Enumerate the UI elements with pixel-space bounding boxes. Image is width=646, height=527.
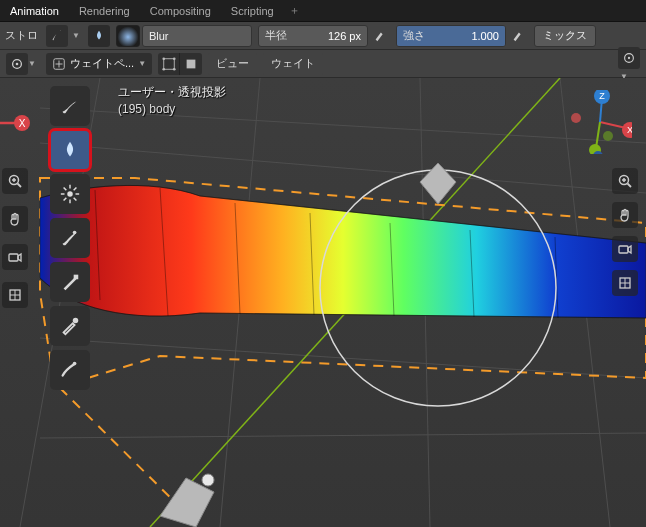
- tab-compositing[interactable]: Compositing: [140, 1, 221, 21]
- radius-value: 126 px: [328, 30, 361, 42]
- svg-line-49: [74, 188, 77, 191]
- svg-line-55: [596, 122, 600, 148]
- editor-type-dropdown[interactable]: [6, 53, 28, 75]
- svg-point-53: [73, 362, 77, 366]
- chevron-down-icon: ▼: [138, 59, 146, 68]
- viewport-canvas[interactable]: X: [0, 78, 646, 527]
- svg-text:Z: Z: [599, 91, 605, 101]
- perspective-toggle-button-left[interactable]: [2, 282, 28, 308]
- svg-text:X: X: [627, 125, 632, 135]
- tab-add-button[interactable]: ＋: [284, 3, 306, 18]
- svg-rect-3: [163, 58, 174, 69]
- svg-line-46: [64, 188, 67, 191]
- blur-brush-tool[interactable]: [50, 130, 90, 170]
- zoom-button[interactable]: [612, 168, 638, 194]
- smear-brush-tool[interactable]: [50, 218, 90, 258]
- chevron-down-icon: ▼: [72, 31, 80, 40]
- vertex-select-toggle[interactable]: [158, 53, 180, 75]
- gradient-tool[interactable]: [50, 262, 90, 302]
- axis-x-label: X: [19, 118, 26, 129]
- svg-line-47: [74, 198, 77, 201]
- header-options-dropdown[interactable]: [618, 47, 640, 69]
- svg-line-54: [600, 122, 626, 128]
- svg-point-6: [162, 67, 165, 70]
- svg-rect-51: [74, 275, 79, 280]
- right-overlay-rail: [612, 168, 640, 296]
- svg-point-50: [73, 231, 77, 235]
- tool-header: ストロ ▼ Blur 半径 126 px 強さ 1.000 ミックス: [0, 22, 646, 50]
- mode-dropdown[interactable]: ウェイトペ... ▼: [46, 53, 152, 75]
- svg-point-7: [173, 67, 176, 70]
- svg-rect-69: [619, 246, 628, 253]
- select-mode-toggle: [158, 53, 202, 75]
- camera-view-button-left[interactable]: [2, 244, 28, 270]
- strength-field[interactable]: 強さ 1.000: [396, 25, 506, 47]
- zoom-button-left[interactable]: [2, 168, 28, 194]
- strength-pressure-toggle[interactable]: [508, 25, 528, 47]
- tab-scripting[interactable]: Scripting: [221, 1, 284, 21]
- svg-point-63: [603, 131, 613, 141]
- svg-point-5: [173, 57, 176, 60]
- menu-weight[interactable]: ウェイト: [263, 53, 323, 75]
- pan-button[interactable]: [612, 202, 638, 228]
- brush-thumbnail[interactable]: [88, 25, 110, 47]
- chevron-down-icon: ▼: [28, 59, 36, 68]
- tab-rendering[interactable]: Rendering: [69, 1, 140, 21]
- svg-point-41: [67, 191, 73, 197]
- menu-view[interactable]: ビュー: [208, 53, 257, 75]
- tab-animation[interactable]: Animation: [0, 1, 69, 21]
- brush-dropdown[interactable]: [46, 25, 68, 47]
- strength-label: 強さ: [403, 28, 425, 43]
- svg-point-62: [571, 113, 581, 123]
- svg-rect-37: [9, 254, 18, 261]
- viewport-projection-label: ユーザー・透視投影: [118, 84, 226, 101]
- svg-rect-8: [187, 59, 196, 68]
- svg-line-66: [628, 184, 632, 188]
- strength-value: 1.000: [471, 30, 499, 42]
- svg-point-10: [628, 56, 630, 58]
- mode-dropdown-label: ウェイトペ...: [70, 56, 134, 71]
- blend-mode-dropdown[interactable]: ミックス: [534, 25, 596, 47]
- annotate-tool[interactable]: [50, 350, 90, 390]
- svg-line-34: [18, 184, 22, 188]
- brush-name-field[interactable]: Blur: [142, 25, 252, 47]
- viewport[interactable]: X ユーザー・透視投影 (195) body: [0, 78, 646, 527]
- average-brush-tool[interactable]: [50, 174, 90, 214]
- radius-label: 半径: [265, 28, 287, 43]
- workspace-tabs: Animation Rendering Compositing Scriptin…: [0, 0, 646, 22]
- radius-pressure-toggle[interactable]: [370, 25, 390, 47]
- sample-weight-tool[interactable]: [50, 306, 90, 346]
- editor-header: ▼ ウェイトペ... ▼ ビュー ウェイト ▼: [0, 50, 646, 78]
- perspective-toggle-button[interactable]: [612, 270, 638, 296]
- radius-field[interactable]: 半径 126 px: [258, 25, 368, 47]
- svg-point-4: [162, 57, 165, 60]
- viewport-object-label: (195) body: [118, 102, 175, 116]
- svg-point-1: [16, 62, 19, 65]
- draw-brush-tool[interactable]: [50, 86, 90, 126]
- navigation-gizmo[interactable]: X Z: [568, 90, 632, 154]
- pan-button-left[interactable]: [2, 206, 28, 232]
- svg-point-52: [73, 318, 79, 324]
- svg-line-48: [64, 198, 67, 201]
- stroke-panel-label[interactable]: ストロ: [2, 23, 40, 49]
- camera-view-button[interactable]: [612, 236, 638, 262]
- left-overlay-rail: [2, 168, 32, 308]
- falloff-preview[interactable]: [116, 25, 140, 47]
- face-select-toggle[interactable]: [180, 53, 202, 75]
- svg-point-30: [202, 474, 214, 486]
- tool-palette: [50, 86, 90, 390]
